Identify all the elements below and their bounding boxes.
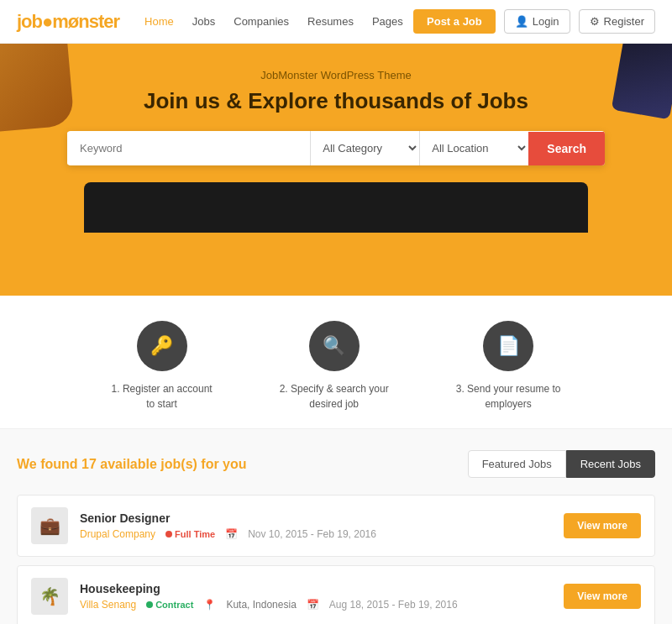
tab-buttons: Featured Jobs Recent Jobs: [468, 450, 655, 478]
job-type-2: Contract: [146, 600, 193, 610]
register-icon: ⚙: [590, 15, 600, 28]
tab-recent-jobs[interactable]: Recent Jobs: [566, 450, 655, 478]
step-3-icon: 📄: [483, 321, 533, 371]
step-1: 🔑 1. Register an accountto start: [112, 321, 213, 412]
contract-dot-icon: [146, 601, 153, 608]
tab-featured-jobs[interactable]: Featured Jobs: [468, 450, 566, 478]
location-select[interactable]: All Location Jakarta Bali Surabaya: [419, 131, 528, 165]
logo-part2: mønster: [52, 11, 119, 32]
hero-subtitle: JobMonster WordPress Theme: [17, 69, 655, 81]
nav-home[interactable]: Home: [144, 15, 174, 28]
nav-pages[interactable]: Pages: [372, 15, 403, 28]
job-company-2: Villa Senang: [80, 599, 136, 611]
job-logo-2: 🌴: [31, 578, 68, 615]
job-logo-1: 💼: [31, 507, 68, 544]
card-decoration: [612, 44, 672, 119]
jobs-header: We found 17 available job(s) for you Fea…: [17, 450, 655, 478]
step-2-icon: 🔍: [309, 321, 360, 371]
hero-title: Join us & Explore thousands of Jobs: [17, 88, 655, 114]
nav-links: Home Jobs Companies Resumes Pages: [144, 15, 413, 28]
search-button[interactable]: Search: [528, 132, 605, 165]
logo-part1: job: [17, 11, 42, 32]
search-bar: All Category Design Engineering Marketin…: [67, 131, 605, 165]
keyword-input[interactable]: [67, 132, 310, 165]
view-more-button-1[interactable]: View more: [564, 513, 641, 538]
job-date-2: Aug 18, 2015 - Feb 19, 2016: [329, 599, 458, 611]
job-company-1: Drupal Company: [80, 528, 155, 540]
step-2: 🔍 2. Specify & search yourdesired job: [280, 321, 389, 412]
logo-accent: ●: [42, 11, 52, 32]
post-job-button[interactable]: Post a Job: [413, 9, 496, 34]
step-1-label: 1. Register an accountto start: [112, 381, 213, 412]
category-select[interactable]: All Category Design Engineering Marketin…: [310, 131, 419, 165]
nav-resumes[interactable]: Resumes: [307, 15, 354, 28]
nav-jobs[interactable]: Jobs: [192, 15, 215, 28]
nav-right: Post a Job 👤 Login ⚙ Register: [413, 9, 655, 34]
login-button[interactable]: 👤 Login: [504, 9, 570, 34]
job-type-1: Full Time: [165, 529, 215, 539]
view-more-button-2[interactable]: View more: [564, 584, 641, 609]
register-button[interactable]: ⚙ Register: [579, 9, 655, 34]
job-date-icon-2: 📅: [307, 599, 319, 611]
job-date-1: Nov 10, 2015 - Feb 19, 2016: [248, 528, 376, 540]
hero-device-mockup: [84, 182, 588, 233]
step-2-label: 2. Specify & search yourdesired job: [280, 381, 389, 412]
nav-companies[interactable]: Companies: [234, 15, 289, 28]
job-card-1: 💼 Senior Designer Drupal Company Full Ti…: [17, 495, 655, 557]
wallet-decoration: [0, 44, 75, 132]
job-location-2: Kuta, Indonesia: [226, 599, 296, 611]
jobs-section: We found 17 available job(s) for you Fea…: [0, 429, 672, 624]
step-3: 📄 3. Send your resume toemployers: [456, 321, 561, 412]
job-meta-2: Villa Senang Contract 📍 Kuta, Indonesia …: [80, 599, 552, 611]
job-info-1: Senior Designer Drupal Company Full Time…: [80, 511, 552, 540]
step-3-label: 3. Send your resume toemployers: [456, 381, 561, 412]
job-title-1: Senior Designer: [80, 511, 552, 525]
navbar: job●mønster Home Jobs Companies Resumes …: [0, 0, 672, 44]
hero-section: JobMonster WordPress Theme Join us & Exp…: [0, 44, 672, 296]
job-location-icon-2: 📍: [203, 599, 216, 611]
job-card-2: 🌴 Housekeeping Villa Senang Contract 📍 K…: [17, 565, 655, 624]
fulltime-dot-icon: [165, 531, 172, 537]
logo: job●mønster: [17, 11, 119, 33]
jobs-count: 17: [81, 457, 97, 471]
job-info-2: Housekeeping Villa Senang Contract 📍 Kut…: [80, 582, 552, 611]
job-date-icon-1: 📅: [225, 528, 238, 540]
job-meta-1: Drupal Company Full Time 📅 Nov 10, 2015 …: [80, 528, 552, 540]
login-icon: 👤: [515, 15, 528, 28]
job-title-2: Housekeeping: [80, 582, 552, 595]
jobs-found-text: We found 17 available job(s) for you: [17, 457, 247, 472]
steps-section: 🔑 1. Register an accountto start 🔍 2. Sp…: [0, 296, 672, 429]
step-1-icon: 🔑: [137, 321, 187, 371]
